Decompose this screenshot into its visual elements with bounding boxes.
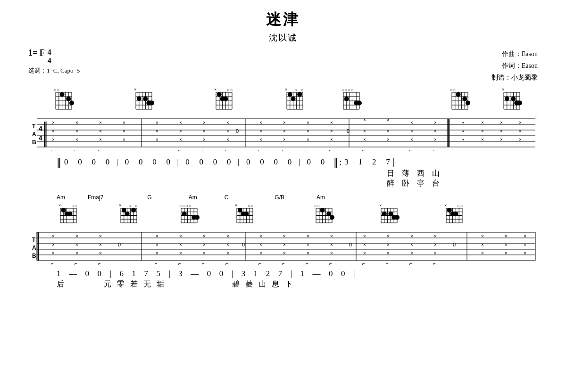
svg-text:×: × (99, 129, 102, 134)
svg-text:×: × (203, 242, 206, 247)
svg-text:⌐: ⌐ (433, 147, 436, 153)
notation-row2-text: 1 — 0 0 | 6 1 7 5 | 3 — 0 0 | 3 1 2 7 | … (57, 269, 357, 278)
svg-text:×: × (52, 242, 55, 247)
svg-text:×: × (434, 137, 437, 142)
svg-text:×: × (75, 234, 78, 239)
svg-text:×: × (203, 137, 206, 142)
notation-beats-2: 3 1 2 7 (344, 157, 391, 167)
svg-text:×: × (99, 120, 102, 125)
svg-text:⌐: ⌐ (51, 261, 54, 266)
svg-text:×: × (75, 242, 78, 247)
svg-text:⌐: ⌐ (258, 147, 261, 153)
chord2-Am3 (442, 202, 466, 228)
svg-text:×: × (410, 251, 413, 256)
svg-text:×: × (434, 234, 437, 239)
lyricist-label: 作词： (502, 62, 522, 69)
svg-text:×: × (283, 251, 286, 256)
svg-text:×: × (52, 120, 55, 125)
svg-text:×: × (203, 120, 206, 125)
svg-text:×: × (156, 242, 158, 247)
svg-text:×: × (226, 120, 229, 125)
svg-text:⌐: ⌐ (155, 147, 158, 153)
svg-text:×: × (203, 234, 206, 239)
svg-text:×: × (519, 137, 522, 142)
svg-text:4: 4 (39, 125, 42, 132)
chord-label-GB: G/B (275, 194, 284, 201)
composer-label: 作曲： (502, 50, 522, 57)
svg-text:×: × (307, 129, 309, 134)
svg-text:×: × (123, 129, 125, 134)
time-sig: 4 4 (48, 48, 51, 65)
repeat-start: ‖ (57, 156, 62, 168)
lyricist-line: 作词：Eason (491, 60, 538, 72)
chord2-G (177, 202, 201, 228)
svg-text:×: × (410, 129, 413, 134)
svg-text:×: × (226, 129, 229, 134)
svg-text:A: A (32, 131, 36, 138)
svg-text:×: × (179, 234, 182, 239)
chord-G-B (132, 86, 156, 114)
svg-text:×: × (500, 137, 503, 142)
svg-text:×: × (387, 251, 390, 256)
svg-text:×: × (99, 234, 102, 239)
svg-text:⌐: ⌐ (75, 261, 77, 266)
svg-text:0: 0 (453, 242, 456, 247)
lyric-2-2: 元 零 若 无 垢 (104, 279, 166, 289)
svg-text:×: × (505, 242, 508, 247)
svg-text:×: × (156, 137, 158, 142)
svg-text:0: 0 (236, 128, 239, 134)
tab-staff-1: T A B 4 4 × × × × × × × × (28, 115, 538, 153)
lyrics-row-2: 后 元 零 若 无 垢 碧 菱 山 息 下 (57, 279, 538, 289)
svg-text:×: × (203, 251, 206, 256)
notation-row-2: 1 — 0 0 | 6 1 7 5 | 3 — 0 0 | 3 1 2 7 | … (57, 269, 538, 278)
chord2-C (312, 202, 336, 228)
svg-text:×: × (123, 137, 125, 142)
svg-text:×: × (524, 234, 526, 239)
svg-text:×: × (505, 251, 508, 256)
song-artist: 沈以诚 (28, 32, 538, 43)
section-1: T A B 4 4 × × × × × × × × (28, 86, 538, 153)
title-section: 迷津 沈以诚 (28, 9, 538, 43)
svg-text:×: × (481, 129, 484, 134)
chord-G (340, 86, 363, 114)
song-title: 迷津 (28, 9, 538, 30)
svg-text:×: × (410, 120, 413, 125)
svg-text:×: × (410, 137, 413, 142)
svg-text:×: × (99, 251, 102, 256)
svg-text:×: × (387, 234, 390, 239)
svg-text:⌐: ⌐ (433, 261, 436, 266)
svg-text:×: × (283, 242, 286, 247)
arranger-label: 制谱： (491, 74, 511, 81)
svg-text:⌐: ⌐ (258, 261, 261, 266)
svg-text:⌐: ⌐ (225, 261, 228, 266)
svg-text:×: × (259, 251, 262, 256)
svg-text:×: × (387, 129, 390, 134)
svg-text:×: × (481, 242, 484, 247)
svg-text:B: B (32, 253, 36, 259)
time-sig-top: 4 (48, 48, 51, 57)
svg-text:×: × (307, 251, 309, 256)
meta-right: 作曲：Eason 作词：Eason 制谱：小龙蜀黍 (491, 48, 538, 84)
svg-text:⌐: ⌐ (386, 261, 389, 266)
svg-text:×: × (410, 242, 413, 247)
svg-text:×: × (283, 120, 286, 125)
svg-text:×: × (283, 234, 286, 239)
svg-text:T: T (32, 123, 36, 130)
svg-text:×: × (259, 129, 262, 134)
svg-text:×: × (307, 242, 309, 247)
svg-text:×: × (481, 120, 484, 125)
svg-text:×: × (156, 251, 158, 256)
svg-text:×: × (156, 234, 158, 239)
svg-text:×: × (500, 129, 503, 134)
capo-info: 选调：1=C, Capo=5 (28, 66, 80, 75)
svg-text:•: • (462, 120, 464, 125)
svg-text:T: T (32, 237, 36, 243)
svg-text:×: × (179, 137, 182, 142)
svg-text:×: × (500, 120, 503, 125)
svg-text:4: 4 (39, 134, 42, 142)
svg-text:×: × (179, 242, 182, 247)
svg-text:×: × (283, 137, 286, 142)
svg-text:×: × (330, 251, 333, 256)
svg-text:⌐: ⌐ (178, 261, 181, 266)
chord2-GB (377, 202, 401, 228)
